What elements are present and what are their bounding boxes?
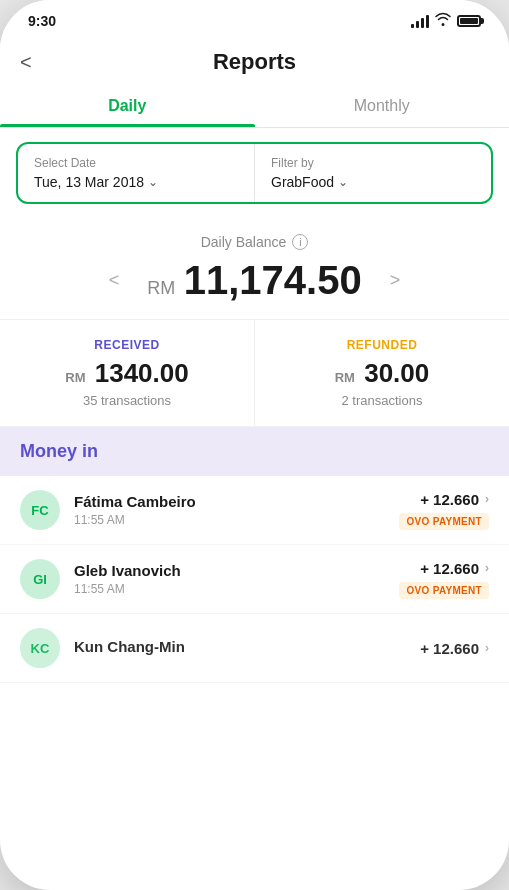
select-date-filter[interactable]: Select Date Tue, 13 Mar 2018 ⌄ <box>18 144 255 202</box>
received-stat: RECEIVED RM 1340.00 35 transactions <box>0 320 255 426</box>
tab-daily[interactable]: Daily <box>0 85 255 127</box>
wifi-icon <box>435 12 451 29</box>
received-transactions: 35 transactions <box>20 393 234 408</box>
balance-label: Daily Balance i <box>20 234 489 250</box>
refunded-label: REFUNDED <box>275 338 489 352</box>
filter-by-value: GrabFood ⌄ <box>271 174 475 190</box>
transaction-list: FC Fátima Cambeiro 11:55 AM + 12.660 › O… <box>0 476 509 683</box>
transaction-time: 11:55 AM <box>74 582 385 596</box>
transaction-chevron: › <box>485 641 489 655</box>
avatar: KC <box>20 628 60 668</box>
status-bar: 9:30 <box>0 0 509 37</box>
transaction-time: 11:55 AM <box>74 513 385 527</box>
back-button[interactable]: < <box>20 51 32 74</box>
filter-by-chevron: ⌄ <box>338 175 348 189</box>
info-icon[interactable]: i <box>292 234 308 250</box>
status-time: 9:30 <box>28 13 56 29</box>
page-title: Reports <box>213 49 296 75</box>
transaction-amount: + 12.660 › <box>420 491 489 508</box>
balance-next-arrow[interactable]: > <box>382 266 409 295</box>
payment-badge: OVO PAYMENT <box>399 513 489 530</box>
transaction-chevron: › <box>485 561 489 575</box>
select-date-label: Select Date <box>34 156 238 170</box>
received-label: RECEIVED <box>20 338 234 352</box>
filter-by-label: Filter by <box>271 156 475 170</box>
list-item[interactable]: FC Fátima Cambeiro 11:55 AM + 12.660 › O… <box>0 476 509 545</box>
refunded-stat: REFUNDED RM 30.00 2 transactions <box>255 320 509 426</box>
transaction-right: + 12.660 › OVO PAYMENT <box>399 491 489 530</box>
signal-icon <box>411 14 429 28</box>
refunded-amount: RM 30.00 <box>275 358 489 389</box>
money-in-title: Money in <box>20 441 98 461</box>
balance-nav: < RM 11,174.50 > <box>20 258 489 303</box>
list-item[interactable]: KC Kun Chang-Min + 12.660 › <box>0 614 509 683</box>
filter-bar: Select Date Tue, 13 Mar 2018 ⌄ Filter by… <box>16 142 493 204</box>
avatar: GI <box>20 559 60 599</box>
payment-badge: OVO PAYMENT <box>399 582 489 599</box>
refunded-transactions: 2 transactions <box>275 393 489 408</box>
tab-monthly[interactable]: Monthly <box>255 85 510 127</box>
battery-icon <box>457 15 481 27</box>
transaction-name: Fátima Cambeiro <box>74 493 385 510</box>
stats-row: RECEIVED RM 1340.00 35 transactions REFU… <box>0 320 509 427</box>
balance-amount-display: RM 11,174.50 <box>147 258 361 303</box>
transaction-right: + 12.660 › <box>420 640 489 657</box>
transaction-chevron: › <box>485 492 489 506</box>
transaction-amount: + 12.660 › <box>420 640 489 657</box>
filter-by-section[interactable]: Filter by GrabFood ⌄ <box>255 144 491 202</box>
list-item[interactable]: GI Gleb Ivanovich 11:55 AM + 12.660 › OV… <box>0 545 509 614</box>
select-date-value: Tue, 13 Mar 2018 ⌄ <box>34 174 238 190</box>
transaction-info: Kun Chang-Min <box>74 638 406 658</box>
avatar: FC <box>20 490 60 530</box>
transaction-name: Kun Chang-Min <box>74 638 406 655</box>
phone-frame: 9:30 < Reports <box>0 0 509 890</box>
balance-prev-arrow[interactable]: < <box>101 266 128 295</box>
money-in-header: Money in <box>0 427 509 476</box>
balance-section: Daily Balance i < RM 11,174.50 > <box>0 218 509 320</box>
transaction-right: + 12.660 › OVO PAYMENT <box>399 560 489 599</box>
transaction-name: Gleb Ivanovich <box>74 562 385 579</box>
transaction-info: Gleb Ivanovich 11:55 AM <box>74 562 385 596</box>
header: < Reports <box>0 37 509 85</box>
select-date-chevron: ⌄ <box>148 175 158 189</box>
status-icons <box>411 12 481 29</box>
transaction-amount: + 12.660 › <box>420 560 489 577</box>
transaction-info: Fátima Cambeiro 11:55 AM <box>74 493 385 527</box>
tabs: Daily Monthly <box>0 85 509 128</box>
received-amount: RM 1340.00 <box>20 358 234 389</box>
